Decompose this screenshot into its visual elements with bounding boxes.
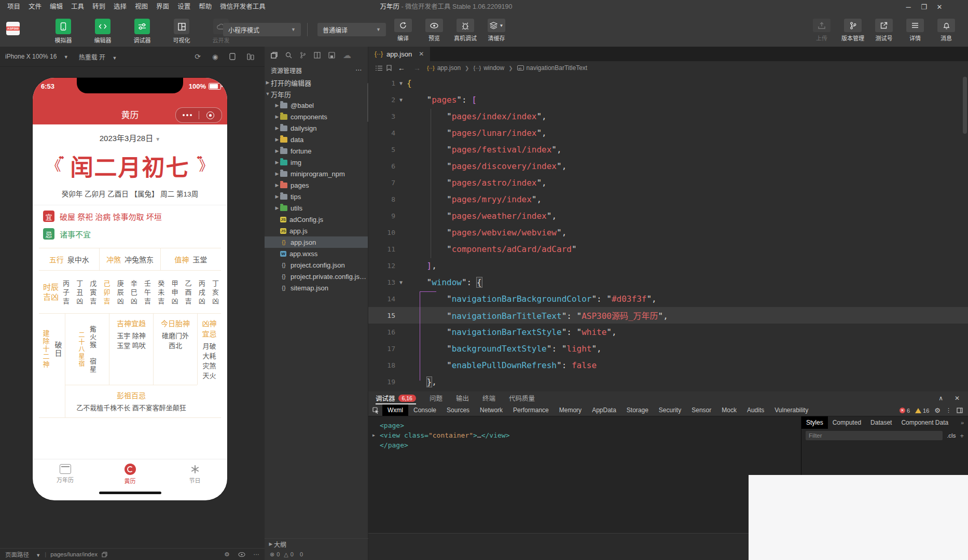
file-row-pages[interactable]: ▶pages xyxy=(265,179,368,191)
file-row-tips[interactable]: ▶tips xyxy=(265,191,368,202)
file-row-app.json[interactable]: {}app.json xyxy=(265,236,368,248)
wxml-node[interactable]: </page> xyxy=(372,440,801,450)
devtools-tab-Wxml[interactable]: Wxml xyxy=(382,404,408,416)
devtools-tab-Memory[interactable]: Memory xyxy=(554,404,587,416)
menu-item-微信开发者工具[interactable]: 微信开发者工具 xyxy=(216,0,270,13)
close-icon[interactable]: ✕ xyxy=(955,395,960,402)
more-icon[interactable]: ⋯ xyxy=(355,66,362,74)
minimize-icon[interactable]: ─ xyxy=(901,0,916,13)
save-icon[interactable] xyxy=(328,52,335,59)
code-line-10[interactable]: 10 "pages/webview/webview", xyxy=(368,224,968,241)
file-row-img[interactable]: ▶img xyxy=(265,157,368,168)
file-row-project.private.config.js…[interactable]: {}project.private.config.js… xyxy=(265,271,368,282)
code-line-17[interactable]: 17 "backgroundTextStyle": "light", xyxy=(368,340,968,357)
date-selector[interactable]: 2023年3月28日 ▼ xyxy=(33,132,227,143)
code-line-5[interactable]: 5 "pages/festival/index", xyxy=(368,141,968,158)
device-select[interactable]: iPhone X 100% 16 ▼ xyxy=(5,53,68,60)
wxml-node[interactable]: <page> xyxy=(372,421,801,430)
code-line-4[interactable]: 4 "pages/lunar/index", xyxy=(368,124,968,141)
file-row-data[interactable]: ▶data xyxy=(265,134,368,145)
code-line-12[interactable]: 12 ], xyxy=(368,257,968,274)
file-row-utils[interactable]: ▶utils xyxy=(265,202,368,214)
toolbar-action-预览[interactable]: 预览 xyxy=(419,19,449,42)
code-line-6[interactable]: 6 "pages/discovery/index", xyxy=(368,158,968,174)
devtools-tab-Performance[interactable]: Performance xyxy=(508,404,554,416)
wxml-node[interactable]: ▶<view class="container">…</view> xyxy=(372,430,801,440)
devtools-tab-Audits[interactable]: Audits xyxy=(742,404,769,416)
devtools-tab-AppData[interactable]: AppData xyxy=(587,404,621,416)
inspect-icon[interactable] xyxy=(372,407,379,414)
menu-item-编辑[interactable]: 编辑 xyxy=(46,0,67,13)
code-line-9[interactable]: 9 "pages/weather/index", xyxy=(368,207,968,224)
toolbar-button-可视化[interactable]: 可视化 xyxy=(163,19,200,44)
devtools-tab-Sensor[interactable]: Sensor xyxy=(686,404,716,416)
phone-tab-节日[interactable]: 节日 xyxy=(162,459,227,488)
close-tab-icon[interactable]: ✕ xyxy=(419,50,424,58)
phone-tab-黄历[interactable]: 黄历 xyxy=(98,459,162,488)
devtools-tab-Vulnerability[interactable]: Vulnerability xyxy=(769,404,813,416)
code-line-3[interactable]: 3 "pages/index/index", xyxy=(368,108,968,124)
cloud-icon[interactable]: ☁ xyxy=(343,50,351,60)
styles-tab-Styles[interactable]: Styles xyxy=(801,416,828,429)
file-row-sitemap.json[interactable]: {}sitemap.json xyxy=(265,282,368,293)
more-icon[interactable] xyxy=(176,114,199,116)
copy-icon[interactable] xyxy=(102,552,107,557)
dock-side-icon[interactable] xyxy=(957,408,963,413)
devtools-tab-Sources[interactable]: Sources xyxy=(441,404,475,416)
rotate-device-icon[interactable] xyxy=(229,53,236,60)
menu-item-选择[interactable]: 选择 xyxy=(109,0,131,13)
git-branch-icon[interactable] xyxy=(300,52,306,59)
search-icon[interactable] xyxy=(285,52,292,59)
code-line-15[interactable]: 15 "navigationBarTitleText": "ASP300源码_万… xyxy=(368,307,968,324)
styles-tab-Computed[interactable]: Computed xyxy=(828,416,866,429)
code-line-7[interactable]: 7 "pages/astro/index", xyxy=(368,174,968,191)
debugger-tab-终端[interactable]: 终端 xyxy=(482,391,495,404)
menu-item-视图[interactable]: 视图 xyxy=(131,0,152,13)
debugger-tab-代码质量[interactable]: 代码质量 xyxy=(509,391,535,404)
file-row-app.wxss[interactable]: Wapp.wxss xyxy=(265,248,368,259)
menu-item-工具[interactable]: 工具 xyxy=(67,0,88,13)
code-line-11[interactable]: 11 "components/adCard/adCard" xyxy=(368,241,968,257)
phone-tab-万年历[interactable]: 万年历 xyxy=(33,459,98,488)
file-row-components[interactable]: ▶components xyxy=(265,111,368,122)
add-style-icon[interactable]: + xyxy=(960,432,964,440)
toolbar-button-版本管理[interactable]: 版本管理 xyxy=(838,19,868,42)
file-row-app.js[interactable]: JSapp.js xyxy=(265,225,368,236)
devtools-tab-Mock[interactable]: Mock xyxy=(716,404,742,416)
toolbar-button-消息[interactable]: 消息 xyxy=(931,19,961,42)
debugger-tab-调试器[interactable]: 调试器6,16 xyxy=(376,391,416,404)
toolbar-action-编译[interactable]: 编译 xyxy=(388,19,418,42)
tree-open-editors[interactable]: ▶打开的编辑器 xyxy=(265,77,368,88)
tab-app-json[interactable]: {··} app.json ✕ xyxy=(368,47,430,61)
outline-list-icon[interactable] xyxy=(376,65,382,71)
menu-item-设置[interactable]: 设置 xyxy=(173,0,195,13)
toolbar-button-详情[interactable]: 详情 xyxy=(900,19,930,42)
styles-tab-Dataset[interactable]: Dataset xyxy=(866,416,896,429)
file-row-dailysign[interactable]: ▶dailysign xyxy=(265,122,368,134)
files-icon[interactable] xyxy=(271,52,278,59)
code-line-16[interactable]: 16 "navigationBarTextStyle": "white", xyxy=(368,324,968,340)
styles-tabs-overflow-icon[interactable]: » xyxy=(961,419,968,426)
file-row-project.config.json[interactable]: {}project.config.json xyxy=(265,259,368,271)
code-line-2[interactable]: 2▼ "pages": [ xyxy=(368,91,968,108)
breadcrumb-item-app.json[interactable]: {··}app.json xyxy=(427,64,461,72)
console-warnings[interactable]: 16 xyxy=(915,408,929,414)
kebab-menu-icon[interactable]: ⋮ xyxy=(946,407,951,414)
editor-scrollbar[interactable] xyxy=(963,77,967,134)
menu-item-项目[interactable]: 项目 xyxy=(3,0,24,13)
toolbar-button-测试号[interactable]: 测试号 xyxy=(869,19,899,42)
nav-forward-icon[interactable]: → xyxy=(413,64,421,72)
tree-root-project[interactable]: ▼万年历 xyxy=(265,88,368,100)
bookmark-icon[interactable] xyxy=(386,65,392,71)
devtools-tab-Security[interactable]: Security xyxy=(654,404,686,416)
debugger-tab-输出[interactable]: 输出 xyxy=(456,391,469,404)
toolbar-button-调试器[interactable]: 调试器 xyxy=(123,19,161,44)
prev-day-button[interactable]: 《◆◆ xyxy=(47,159,61,173)
compile-mode-select[interactable]: 普通编译▼ xyxy=(317,23,386,36)
debugger-tab-问题[interactable]: 问题 xyxy=(430,391,442,404)
code-line-1[interactable]: 1▼{ xyxy=(368,75,968,91)
menu-item-转到[interactable]: 转到 xyxy=(88,0,109,13)
exit-icon[interactable] xyxy=(199,111,222,119)
devtools-tab-Network[interactable]: Network xyxy=(475,404,508,416)
page-path-select[interactable]: 页面路径 ▼ xyxy=(5,550,40,558)
